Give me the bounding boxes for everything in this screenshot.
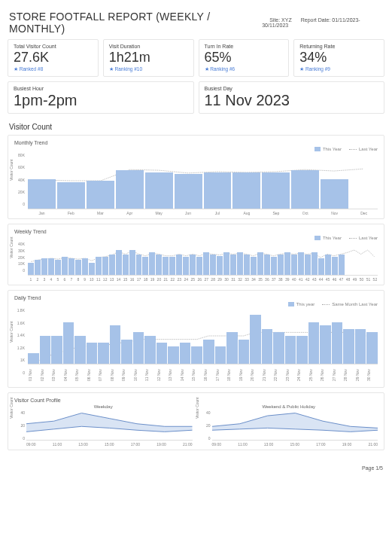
y-tick: 1.4K [14, 333, 25, 337]
x-tick: 08 Nov [110, 366, 121, 384]
x-tick: 32 [237, 277, 243, 282]
bar [175, 174, 202, 209]
bar [89, 263, 95, 276]
x-tick: Mar [87, 211, 114, 215]
bar [226, 332, 238, 364]
x-tick: 46 [332, 277, 338, 282]
x-tick: 15:00 [105, 442, 114, 447]
x-tick: 17:00 [316, 442, 326, 447]
daily-legend: This year Same Month Last Year [14, 302, 378, 306]
bar [291, 255, 297, 276]
kpi-label: Visit Duration [109, 44, 188, 49]
bar [149, 252, 155, 275]
monthly-legend: This Year Last Year [14, 147, 378, 151]
y-axis: 40200 [200, 410, 211, 441]
x-tick: 49 [352, 277, 358, 282]
profile-panel: Visitor Count Profile Weekday Visitor Co… [8, 392, 384, 450]
weekly-panel: Weekly Trend This Year Last Year Visitor… [8, 224, 384, 285]
x-tick: 9 [82, 277, 88, 282]
x-tick: 31 [230, 277, 236, 282]
bar [321, 179, 348, 209]
bar [366, 332, 378, 364]
bar [285, 336, 296, 364]
bar [284, 252, 290, 275]
kpi-rank: ★ Ranking #9 [299, 66, 378, 72]
x-tick: 17 [136, 277, 142, 282]
bar [296, 336, 308, 364]
x-tick: 29 Nov [355, 366, 366, 384]
bar [136, 255, 142, 276]
bar [215, 346, 226, 364]
x-tick: 21 Nov [262, 366, 273, 384]
x-tick: 42 [305, 277, 311, 282]
profile-weekend-chart [212, 410, 378, 441]
bar [318, 258, 324, 275]
daily-title: Daily Trend [14, 295, 378, 300]
y-tick: 1.2K [14, 346, 25, 350]
weekly-title: Weekly Trend [14, 229, 378, 234]
kpi-card: Turn In Rate 65% ★ Ranking #6 [199, 39, 290, 77]
x-tick: 22 Nov [273, 366, 284, 384]
busy-card: Busiest Hour 1pm-2pm [8, 81, 194, 114]
x-tick: 3 [41, 277, 47, 282]
x-tick: 11:00 [238, 442, 248, 447]
x-tick: 30 Nov [366, 366, 378, 384]
bar [116, 250, 122, 275]
bar [250, 315, 261, 364]
bar [40, 336, 51, 364]
y-tick: 30K [14, 249, 25, 253]
bar [196, 257, 202, 275]
bar [311, 252, 318, 275]
daily-panel: Daily Trend This year Same Month Last Ye… [8, 290, 384, 388]
x-tick: 25 [190, 277, 196, 282]
x-tick: 37 [271, 277, 277, 282]
x-tick: Oct [291, 211, 319, 215]
y-tick: 40 [200, 410, 211, 415]
bar [63, 322, 74, 364]
bar [257, 252, 263, 275]
profile-weekend: Weekend & Public Holiday Visitor Count 4… [200, 404, 378, 447]
x-tick: 09:00 [26, 442, 36, 447]
x-tick: 48 [345, 277, 351, 282]
x-tick: 4 [48, 277, 54, 282]
x-tick: Dec [350, 211, 378, 215]
legend-this: This Year [323, 236, 342, 240]
bar [232, 172, 260, 209]
x-tick: 21:00 [183, 442, 193, 447]
bar [87, 181, 114, 209]
x-tick: 17 Nov [215, 366, 226, 384]
x-tick: 01 Nov [28, 366, 39, 384]
bar [28, 353, 39, 364]
x-tick: 09 Nov [121, 366, 132, 384]
page-title: STORE FOOTFALL REPORT (WEEKLY / MONTHLY) [9, 11, 262, 35]
y-tick: 20K [14, 190, 25, 194]
y-tick: 10K [14, 261, 25, 266]
bar [190, 255, 196, 276]
y-tick: 0 [14, 268, 25, 273]
x-tick: 11 [96, 277, 102, 282]
bar [273, 332, 284, 364]
kpi-value: 1h21m [109, 50, 188, 66]
y-tick: 0 [14, 202, 25, 206]
x-axis: JanFebMarAprMayJunJulAugSepOctNovDec [28, 211, 378, 215]
bar [98, 343, 109, 364]
y-axis: 40200 [14, 410, 25, 441]
busy-card: Busiest Day 11 Nov 2023 [199, 81, 385, 114]
bar [96, 257, 102, 275]
bar [305, 255, 311, 276]
x-tick: 02 Nov [40, 366, 51, 384]
x-tick: 04 Nov [63, 366, 74, 384]
busy-label: Busiest Hour [14, 86, 188, 91]
kpi-value: 65% [205, 50, 284, 66]
x-tick: 25 Nov [308, 366, 320, 384]
kpi-label: Returning Rate [299, 44, 378, 49]
bar [355, 329, 366, 364]
bar [230, 255, 236, 276]
x-tick: Nov [321, 211, 348, 215]
kpi-label: Total Visitor Count [14, 44, 93, 49]
bar [35, 260, 41, 275]
bar [320, 325, 331, 364]
x-tick: 15 Nov [191, 366, 202, 384]
bar [129, 250, 135, 275]
bar [74, 336, 86, 364]
